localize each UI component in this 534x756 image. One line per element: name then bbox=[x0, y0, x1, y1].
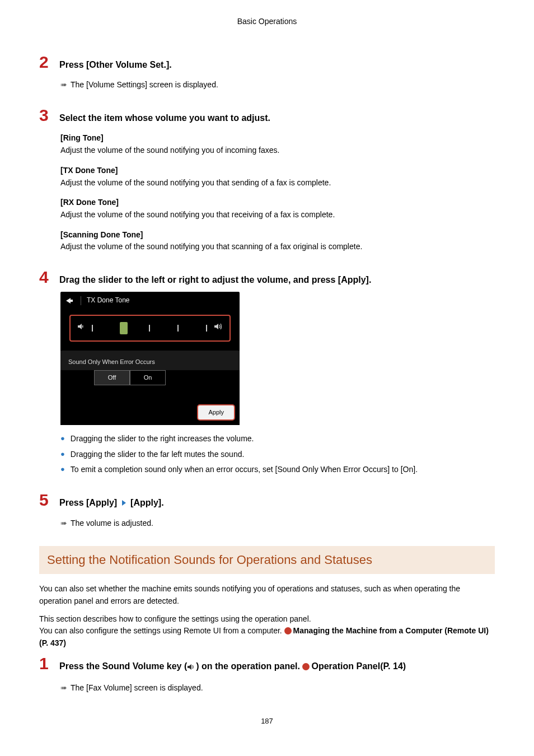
result-arrow-icon: ➠ bbox=[60, 682, 67, 694]
section-heading: Setting the Notification Sounds for Oper… bbox=[39, 546, 495, 574]
step-number: 4 bbox=[39, 269, 51, 286]
step-title-part: Press the Sound Volume key ( bbox=[59, 661, 187, 671]
link-bullet-icon bbox=[302, 663, 310, 670]
para-line: This section describes how to configure … bbox=[39, 614, 311, 623]
item-desc: Adjust the volume of the sound notifying… bbox=[60, 209, 495, 221]
step-number: 2 bbox=[39, 54, 51, 71]
step-3: 3 Select the item whose volume you want … bbox=[39, 107, 495, 253]
bullet-text: To emit a completion sound only when an … bbox=[71, 464, 418, 476]
step-4: 4 Drag the slider to the left or right t… bbox=[39, 269, 495, 476]
step-title: Press [Other Volume Set.]. bbox=[59, 59, 172, 71]
toggle-on[interactable]: On bbox=[130, 370, 166, 385]
device-screenshot: TX Done Tone bbox=[60, 292, 240, 425]
svg-rect-0 bbox=[82, 325, 83, 328]
bullet-dot-icon: ● bbox=[60, 464, 65, 476]
item-desc: Adjust the volume of the sound notifying… bbox=[60, 144, 495, 157]
slider-handle[interactable] bbox=[120, 322, 128, 334]
apply-button[interactable]: Apply bbox=[197, 404, 235, 421]
volume-slider[interactable] bbox=[69, 315, 231, 342]
item-name: [Ring Tone] bbox=[60, 132, 495, 144]
volume-mute-icon bbox=[77, 323, 85, 334]
sound-volume-key-icon bbox=[187, 662, 196, 674]
item-name: [RX Done Tone] bbox=[60, 197, 495, 209]
step-result: The [Fax Volume] screen is displayed. bbox=[71, 682, 203, 694]
step-title: Select the item whose volume you want to… bbox=[59, 112, 270, 124]
slider-tick bbox=[149, 325, 150, 332]
step-5: 5 Press [Apply] [Apply]. ➠ The volume is… bbox=[39, 492, 495, 529]
section-para: You can also set whether the machine emi… bbox=[39, 583, 495, 607]
result-arrow-icon: ➠ bbox=[60, 517, 67, 530]
triangle-separator-icon bbox=[122, 500, 126, 506]
section-para: This section describes how to configure … bbox=[39, 613, 495, 650]
volume-loud-icon bbox=[214, 323, 223, 334]
item-name: [Scanning Done Tone] bbox=[60, 229, 495, 241]
panel-title: TX Done Tone bbox=[87, 295, 130, 306]
result-arrow-icon: ➠ bbox=[60, 79, 67, 91]
page-header: Basic Operations bbox=[39, 17, 495, 26]
back-icon[interactable] bbox=[65, 297, 75, 305]
section-label: Sound Only When Error Occurs bbox=[60, 351, 240, 370]
bullet-dot-icon: ● bbox=[60, 433, 65, 445]
item-name: [TX Done Tone] bbox=[60, 165, 495, 177]
para-line: You can also configure the settings usin… bbox=[39, 626, 284, 635]
slider-track[interactable] bbox=[91, 321, 208, 335]
toggle-group: Off On bbox=[60, 370, 240, 400]
step-title-part: [Apply]. bbox=[130, 498, 164, 507]
cross-ref-link[interactable]: Operation Panel(P. 14) bbox=[311, 661, 406, 671]
step-1b: 1 Press the Sound Volume key () on the o… bbox=[39, 655, 495, 694]
bullet-text: Dragging the slider to the far left mute… bbox=[71, 449, 245, 461]
step-number: 1 bbox=[39, 655, 51, 672]
toggle-off[interactable]: Off bbox=[94, 370, 130, 385]
step-title-part: ) on the operation panel. bbox=[196, 661, 302, 671]
step-title: Drag the slider to the left or right to … bbox=[59, 274, 371, 286]
step-title-part: Press [Apply] bbox=[59, 498, 117, 507]
divider bbox=[81, 296, 81, 305]
page-number: 187 bbox=[39, 717, 495, 725]
step-result: The [Volume Settings] screen is displaye… bbox=[71, 79, 218, 91]
step-title: Press [Apply] [Apply]. bbox=[59, 497, 164, 509]
step-number: 3 bbox=[39, 107, 51, 124]
step-title: Press the Sound Volume key () on the ope… bbox=[59, 660, 406, 674]
step-2: 2 Press [Other Volume Set.]. ➠ The [Volu… bbox=[39, 54, 495, 91]
bullet-text: Dragging the slider to the right increas… bbox=[71, 433, 254, 445]
item-desc: Adjust the volume of the sound notifying… bbox=[60, 241, 495, 253]
step-number: 5 bbox=[39, 492, 51, 508]
slider-tick bbox=[177, 325, 179, 332]
slider-tick bbox=[92, 325, 93, 332]
step-result: The volume is adjusted. bbox=[71, 517, 153, 530]
item-desc: Adjust the volume of the sound notifying… bbox=[60, 177, 495, 189]
link-bullet-icon bbox=[284, 627, 292, 634]
slider-tick bbox=[206, 325, 207, 332]
bullet-dot-icon: ● bbox=[60, 449, 65, 461]
